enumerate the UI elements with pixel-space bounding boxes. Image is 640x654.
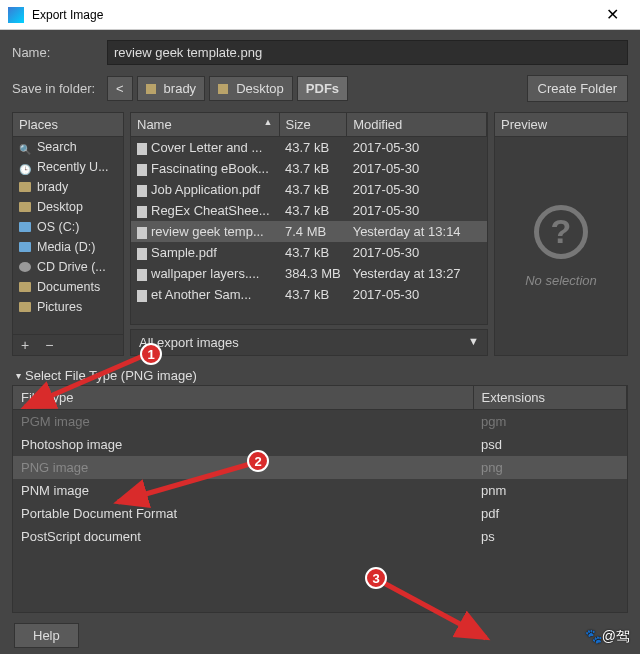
place-item[interactable]: Documents [13,277,123,297]
file-icon [137,185,147,197]
place-item[interactable]: Search [13,137,123,157]
file-row[interactable]: Fascinating eBook...43.7 kB2017-05-30 [131,158,487,179]
place-item[interactable]: CD Drive (... [13,257,123,277]
file-icon [137,206,147,218]
create-folder-button[interactable]: Create Folder [527,75,628,102]
file-row[interactable]: Sample.pdf43.7 kB2017-05-30 [131,242,487,263]
place-item[interactable]: Desktop [13,197,123,217]
folder-label: Save in folder: [12,81,107,96]
crumb-brady[interactable]: brady [137,76,206,101]
place-item[interactable]: Media (D:) [13,237,123,257]
drive-icon [19,242,31,252]
file-row[interactable]: wallpaper layers....384.3 MBYesterday at… [131,263,487,284]
crumb-pdfs[interactable]: PDFs [297,76,348,101]
col-modified[interactable]: Modified [347,113,487,137]
file-row[interactable]: Job Application.pdf43.7 kB2017-05-30 [131,179,487,200]
folder-icon [146,84,156,94]
filter-dropdown[interactable]: All export images ▼ [130,329,488,356]
col-extensions[interactable]: Extensions [473,386,627,410]
sort-asc-icon: ▲ [264,117,273,127]
question-icon: ? [534,205,588,259]
places-header: Places [13,113,123,137]
arrow-1 [15,349,155,419]
preview-text: No selection [525,273,597,288]
file-icon [137,248,147,260]
badge-2: 2 [247,450,269,472]
file-icon [137,227,147,239]
disc-icon [19,262,31,272]
file-row[interactable]: review geek temp...7.4 MBYesterday at 13… [131,221,487,242]
watermark: 🐾@驾 [585,628,630,646]
places-panel: Places SearchRecently U...bradyDesktopOS… [12,112,124,356]
back-button[interactable]: < [107,76,133,101]
place-item[interactable]: OS (C:) [13,217,123,237]
file-icon [137,269,147,281]
place-item[interactable]: brady [13,177,123,197]
name-label: Name: [12,45,107,60]
preview-header: Preview [495,113,627,137]
svg-line-1 [118,464,250,502]
export-dialog: Export Image ✕ Name: Save in folder: < b… [0,0,640,654]
folder-icon [19,282,31,292]
file-icon [137,164,147,176]
place-item[interactable]: Pictures [13,297,123,317]
crumb-desktop[interactable]: Desktop [209,76,293,101]
search-icon [19,142,31,152]
col-size[interactable]: Size [279,113,347,137]
filetype-row[interactable]: PostScript documentps [13,525,627,548]
badge-1: 1 [140,343,162,365]
svg-line-2 [382,582,486,638]
folder-icon [19,182,31,192]
window-title: Export Image [32,8,592,22]
filename-input[interactable] [107,40,628,65]
folder-icon [218,84,228,94]
file-row[interactable]: RegEx CheatShee...43.7 kB2017-05-30 [131,200,487,221]
drive-icon [19,222,31,232]
preview-panel: Preview ? No selection [494,112,628,356]
badge-3: 3 [365,567,387,589]
filetype-row[interactable]: Photoshop imagepsd [13,433,627,456]
app-icon [8,7,24,23]
file-row[interactable]: et Another Sam...43.7 kB2017-05-30 [131,284,487,305]
close-icon[interactable]: ✕ [592,5,632,24]
clock-icon [19,162,31,172]
file-list[interactable]: Name▲ Size Modified Cover Letter and ...… [130,112,488,325]
arrow-3 [378,578,498,648]
file-type-list[interactable]: File Type Extensions PGM imagepgmPhotosh… [12,385,628,613]
filetype-row[interactable]: Portable Document Formatpdf [13,502,627,525]
folder-icon [19,202,31,212]
file-icon [137,290,147,302]
folder-icon [19,302,31,312]
help-button[interactable]: Help [14,623,79,648]
chevron-down-icon: ▼ [468,335,479,350]
filetype-row[interactable]: PNM imagepnm [13,479,627,502]
arrow-2 [110,460,260,510]
file-row[interactable]: Cover Letter and ...43.7 kB2017-05-30 [131,137,487,159]
place-item[interactable]: Recently U... [13,157,123,177]
titlebar: Export Image ✕ [0,0,640,30]
filetype-row[interactable]: PNG imagepng [13,456,627,479]
svg-line-0 [25,355,145,407]
file-icon [137,143,147,155]
col-name[interactable]: Name▲ [131,113,279,137]
